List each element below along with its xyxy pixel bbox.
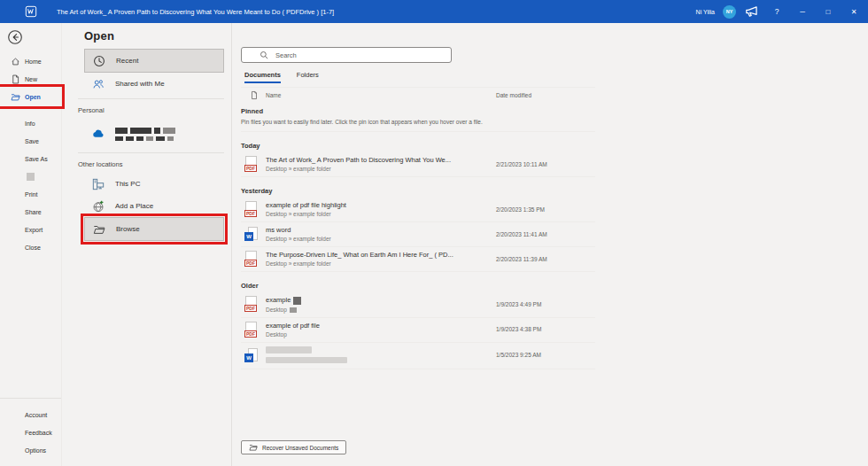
file-name: example of pdf file bbox=[266, 322, 496, 330]
sidebar-item-info[interactable]: Info bbox=[0, 114, 61, 132]
page-title: Open bbox=[84, 29, 224, 43]
file-path: Desktop » example folder bbox=[266, 236, 496, 242]
place-browse[interactable]: Browse bbox=[84, 217, 224, 241]
file-path-text: Desktop » example folder bbox=[266, 166, 331, 172]
recent-files-panel: DocumentsFolders Name Date modified Pinn… bbox=[232, 23, 868, 466]
pinned-header: Pinned bbox=[241, 107, 595, 115]
word-backstage-window: The Art of Work_ A Proven Path to Discov… bbox=[0, 0, 868, 466]
home-icon bbox=[11, 57, 20, 66]
place-label: Browse bbox=[116, 225, 140, 233]
recover-folder-icon bbox=[249, 443, 258, 452]
sidebar-item-options[interactable]: Options bbox=[0, 441, 61, 459]
file-row[interactable]: PDFexampleDesktop1/9/2023 4:49 PM bbox=[241, 292, 595, 318]
word-app-icon bbox=[25, 5, 37, 18]
sidebar-item-label: Save bbox=[25, 138, 39, 144]
sidebar-item-save[interactable]: Save bbox=[0, 132, 61, 150]
pdf-file-icon: PDF bbox=[244, 201, 259, 217]
file-date-modified: 1/9/2023 4:49 PM bbox=[496, 301, 595, 307]
people-icon bbox=[92, 78, 105, 90]
redacted-file-name bbox=[266, 346, 312, 353]
place-shared-with-me[interactable]: Shared with Me bbox=[84, 73, 224, 95]
maximize-button[interactable]: □ bbox=[819, 2, 837, 21]
back-button[interactable] bbox=[7, 29, 23, 45]
pc-icon bbox=[92, 178, 105, 190]
place-add-a-place[interactable]: Add a Place bbox=[84, 195, 224, 217]
sidebar-item-label: Account bbox=[25, 412, 47, 418]
sidebar-item-label: Export bbox=[25, 227, 43, 233]
sidebar-item-print[interactable]: Print bbox=[0, 185, 61, 203]
section-header-today: Today bbox=[241, 142, 595, 150]
sidebar-item-label: Home bbox=[25, 58, 42, 65]
redacted-file-path bbox=[266, 357, 347, 363]
sidebar-item-close[interactable]: Close bbox=[0, 238, 61, 256]
sidebar-item-feedback[interactable]: Feedback bbox=[0, 423, 61, 441]
place-label: This PC bbox=[115, 180, 140, 188]
file-name: ms word bbox=[266, 226, 496, 234]
column-name[interactable]: Name bbox=[266, 92, 496, 98]
place-recent[interactable]: Recent bbox=[84, 49, 224, 73]
file-path: Desktop bbox=[266, 331, 496, 338]
open-places-panel: Open RecentShared with Me Personal Other… bbox=[62, 23, 232, 466]
column-date-modified[interactable]: Date modified bbox=[496, 92, 595, 98]
sidebar-item-share[interactable]: Share bbox=[0, 203, 61, 221]
redacted-path-fragment bbox=[290, 307, 297, 313]
file-text: The Purpose-Driven Life_ What on Earth A… bbox=[266, 251, 496, 267]
sidebar-item-label: Close bbox=[25, 245, 41, 251]
file-type-tabs: DocumentsFolders bbox=[244, 71, 868, 83]
globe-icon bbox=[92, 200, 105, 213]
megaphone-icon[interactable] bbox=[744, 4, 760, 19]
sidebar-item-account[interactable]: Account bbox=[0, 406, 61, 423]
section-header-yesterday: Yesterday bbox=[241, 187, 595, 195]
sidebar-item-export[interactable]: Export bbox=[0, 221, 61, 238]
file-text: example of pdf file highlightDesktop » e… bbox=[266, 201, 496, 217]
file-path-text: Desktop » example folder bbox=[266, 236, 331, 242]
file-row[interactable]: PDFThe Art of Work_ A Proven Path to Dis… bbox=[241, 152, 595, 177]
help-button[interactable]: ? bbox=[768, 2, 786, 21]
avatar[interactable]: NY bbox=[723, 5, 736, 19]
search-input[interactable] bbox=[275, 51, 446, 59]
file-text: The Art of Work_ A Proven Path to Discov… bbox=[266, 156, 496, 172]
file-row[interactable]: Wms wordDesktop » example folder2/20/202… bbox=[241, 222, 595, 247]
backstage-nav: HomeNewOpen InfoSaveSave AsPrintShareExp… bbox=[0, 23, 62, 466]
sidebar-item-new[interactable]: New bbox=[0, 70, 61, 88]
file-path-text: Desktop bbox=[266, 307, 287, 313]
minimize-button[interactable]: ─ bbox=[794, 2, 811, 21]
file-path: Desktop » example folder bbox=[266, 260, 496, 267]
pdf-file-icon: PDF bbox=[244, 296, 259, 312]
section-header-older: Older bbox=[241, 282, 595, 290]
sidebar-item-open[interactable]: Open bbox=[0, 88, 61, 105]
sidebar-item-label: Print bbox=[25, 191, 37, 198]
file-row[interactable]: PDFexample of pdf file highlightDesktop … bbox=[241, 198, 595, 222]
sidebar-item-label: Feedback bbox=[25, 430, 52, 436]
file-name-text: example of pdf file highlight bbox=[266, 201, 346, 209]
open-icon bbox=[11, 92, 20, 102]
sidebar-item-save-as[interactable]: Save As bbox=[0, 150, 61, 167]
place-this-pc[interactable]: This PC bbox=[84, 173, 224, 195]
file-type-column-icon bbox=[250, 90, 259, 100]
redacted-nav-item bbox=[27, 173, 35, 181]
file-row[interactable]: PDFexample of pdf fileDesktop1/9/2023 4:… bbox=[241, 318, 595, 343]
sidebar-item-label: Open bbox=[25, 94, 41, 100]
backstage: HomeNewOpen InfoSaveSave AsPrintShareExp… bbox=[0, 23, 868, 466]
file-name: The Art of Work_ A Proven Path to Discov… bbox=[266, 156, 496, 164]
file-row[interactable]: PDFThe Purpose-Driven Life_ What on Eart… bbox=[241, 247, 595, 272]
file-date-modified: 1/9/2023 4:38 PM bbox=[496, 326, 595, 332]
file-date-modified: 2/20/2023 1:35 PM bbox=[496, 206, 595, 213]
pdf-file-icon: PDF bbox=[244, 156, 259, 172]
file-date-modified: 2/21/2023 10:11 AM bbox=[496, 161, 595, 167]
tab-documents[interactable]: Documents bbox=[244, 71, 281, 83]
file-date-modified: 2/20/2023 11:39 AM bbox=[496, 256, 595, 262]
pinned-description: Pin files you want to easily find later.… bbox=[241, 119, 595, 125]
sidebar-item-home[interactable]: Home bbox=[0, 52, 61, 70]
window-title: The Art of Work_ A Proven Path to Discov… bbox=[57, 8, 334, 16]
close-button[interactable]: ✕ bbox=[845, 2, 863, 21]
place-onedrive[interactable] bbox=[84, 119, 224, 149]
tab-folders[interactable]: Folders bbox=[297, 71, 319, 83]
pdf-file-icon: PDF bbox=[244, 322, 259, 338]
file-text: example of pdf fileDesktop bbox=[266, 322, 496, 338]
file-path: Desktop » example folder bbox=[266, 166, 496, 172]
file-row[interactable]: W1/5/2023 9:25 AM bbox=[241, 343, 595, 369]
search-box[interactable] bbox=[241, 47, 452, 63]
pdf-file-icon: PDF bbox=[244, 251, 259, 267]
recover-unsaved-documents-button[interactable]: Recover Unsaved Documents bbox=[241, 440, 346, 454]
